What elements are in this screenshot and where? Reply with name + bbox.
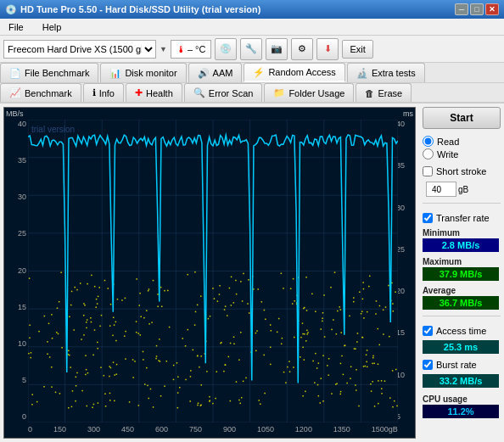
- tab-extra-tests-label: Extra tests: [372, 68, 416, 78]
- tab-file-benchmark[interactable]: 📄 File Benchmark: [0, 63, 98, 82]
- read-label: Read: [437, 137, 459, 147]
- write-label: Write: [437, 149, 458, 159]
- access-time-checkbox[interactable]: Access time: [423, 326, 501, 336]
- random-access-icon: ⚡: [253, 67, 265, 78]
- benchmark-icon: 📈: [9, 87, 21, 98]
- minimum-label: Minimum: [423, 228, 501, 238]
- tab-random-access-label: Random Access: [268, 67, 335, 77]
- scan-icon-button[interactable]: 📷: [266, 38, 288, 60]
- tab-row-2: 📈 Benchmark ℹ Info ✚ Health 🔍 Error Scan…: [0, 83, 504, 104]
- minimize-button[interactable]: ─: [455, 3, 468, 15]
- burst-rate-checkbox[interactable]: Burst rate: [423, 360, 501, 370]
- toolbar: Freecom Hard Drive XS (1500 gB) ▼ 🌡 – °C…: [0, 36, 504, 63]
- dropdown-arrow-icon: ▼: [160, 45, 167, 53]
- folder-usage-icon: 📁: [273, 87, 285, 98]
- maximum-stat: Maximum 37.9 MB/s: [423, 257, 501, 281]
- minimum-stat: Minimum 2.8 MB/s: [423, 228, 501, 252]
- extra-tests-icon: 🔬: [356, 68, 368, 79]
- gb-unit: gB: [458, 185, 468, 194]
- title-bar: 💿 HD Tune Pro 5.50 - Hard Disk/SSD Utili…: [0, 0, 504, 19]
- cpu-usage-value: 11.2%: [423, 405, 499, 418]
- cpu-usage-section: CPU usage 11.2%: [423, 394, 501, 418]
- settings-icon-button[interactable]: ⚙: [291, 38, 313, 60]
- tab-extra-tests[interactable]: 🔬 Extra tests: [347, 63, 425, 82]
- chart-canvas: [28, 120, 398, 422]
- exit-button[interactable]: Exit: [342, 40, 372, 59]
- tab-folder-usage[interactable]: 📁 Folder Usage: [264, 83, 354, 102]
- short-stroke-checkbox[interactable]: Short stroke: [423, 166, 501, 176]
- y-axis-right-label: ms: [403, 109, 413, 118]
- minimum-value: 2.8 MB/s: [423, 238, 499, 252]
- tab-error-scan-label: Error Scan: [209, 88, 254, 98]
- average-value: 36.7 MB/s: [423, 296, 499, 310]
- tab-benchmark[interactable]: 📈 Benchmark: [0, 83, 81, 102]
- menu-file[interactable]: File: [3, 20, 29, 34]
- health-icon: ✚: [135, 87, 143, 98]
- tab-erase-label: Erase: [378, 88, 402, 98]
- menu-help[interactable]: Help: [37, 20, 67, 34]
- access-time-input[interactable]: [423, 326, 433, 336]
- file-benchmark-icon: 📄: [9, 68, 21, 79]
- read-write-radio-group: Read Write: [423, 136, 501, 159]
- y-axis-left-label: MB/s: [6, 109, 24, 118]
- write-radio-input[interactable]: [423, 148, 434, 159]
- tab-row-1: 📄 File Benchmark 📊 Disk monitor 🔊 AAM ⚡ …: [0, 63, 504, 83]
- error-scan-icon: 🔍: [193, 87, 205, 98]
- tab-random-access[interactable]: ⚡ Random Access: [244, 63, 344, 82]
- tab-error-scan[interactable]: 🔍 Error Scan: [184, 83, 263, 102]
- download-icon-button[interactable]: ⬇: [316, 38, 339, 60]
- transfer-rate-checkbox[interactable]: Transfer rate: [423, 213, 501, 223]
- access-time-label: Access time: [436, 326, 486, 336]
- divider-2: [423, 316, 501, 316]
- main-content: MB/s ms 40 35 30 25 20 15 10 5 0 40 35 3…: [0, 104, 504, 442]
- y-axis-left: 40 35 30 25 20 15 10 5 0: [4, 120, 28, 421]
- disk-monitor-icon: 📊: [109, 68, 121, 79]
- cpu-usage-label: CPU usage: [423, 394, 501, 404]
- start-button[interactable]: Start: [423, 107, 501, 129]
- aam-icon: 🔊: [198, 68, 210, 79]
- temperature-display: 🌡 – °C: [171, 40, 212, 59]
- burst-rate-input[interactable]: [423, 360, 433, 370]
- burst-rate-label: Burst rate: [436, 360, 477, 370]
- divider-1: [423, 203, 501, 204]
- short-stroke-label: Short stroke: [436, 166, 486, 176]
- average-label: Average: [423, 286, 501, 295]
- tab-health-label: Health: [146, 88, 173, 98]
- burst-rate-value: 33.2 MB/s: [423, 374, 499, 388]
- tab-health[interactable]: ✚ Health: [126, 83, 182, 102]
- drive-select[interactable]: Freecom Hard Drive XS (1500 gB): [3, 40, 156, 59]
- tab-erase[interactable]: 🗑 Erase: [356, 83, 412, 102]
- app-icon: 💿: [5, 4, 17, 15]
- info-icon: ℹ: [92, 87, 96, 98]
- average-stat: Average 36.7 MB/s: [423, 286, 501, 310]
- gb-spinbox: gB: [426, 182, 501, 197]
- gb-input[interactable]: [426, 182, 456, 197]
- right-panel: Start Read Write Short stroke gB Transfe…: [419, 104, 504, 442]
- maximum-label: Maximum: [423, 257, 501, 266]
- tab-folder-usage-label: Folder Usage: [288, 88, 344, 98]
- tab-disk-monitor-label: Disk monitor: [125, 68, 176, 78]
- info-icon-button[interactable]: 💿: [215, 38, 237, 60]
- tab-benchmark-label: Benchmark: [25, 88, 72, 98]
- tab-info[interactable]: ℹ Info: [83, 83, 124, 102]
- erase-icon: 🗑: [365, 88, 374, 98]
- x-axis: 0 150 300 450 600 750 900 1050 1200 1350…: [28, 421, 398, 438]
- chart-area: MB/s ms 40 35 30 25 20 15 10 5 0 40 35 3…: [3, 107, 416, 439]
- transfer-rate-input[interactable]: [423, 213, 433, 223]
- read-radio-input[interactable]: [423, 136, 434, 147]
- access-time-value: 25.3 ms: [423, 340, 499, 354]
- tab-disk-monitor[interactable]: 📊 Disk monitor: [100, 63, 186, 82]
- write-radio[interactable]: Write: [423, 148, 501, 159]
- close-button[interactable]: ✕: [485, 3, 499, 15]
- tab-aam[interactable]: 🔊 AAM: [188, 63, 243, 82]
- maximize-button[interactable]: □: [470, 3, 484, 15]
- health-icon-button[interactable]: 🔧: [240, 38, 262, 60]
- tab-file-benchmark-label: File Benchmark: [25, 68, 89, 78]
- temperature-value: – °C: [188, 44, 206, 54]
- title-bar-text: HD Tune Pro 5.50 - Hard Disk/SSD Utility…: [20, 4, 260, 14]
- maximum-value: 37.9 MB/s: [423, 267, 499, 281]
- tab-info-label: Info: [99, 88, 115, 98]
- tab-aam-label: AAM: [213, 68, 233, 78]
- read-radio[interactable]: Read: [423, 136, 501, 147]
- short-stroke-input[interactable]: [423, 166, 433, 176]
